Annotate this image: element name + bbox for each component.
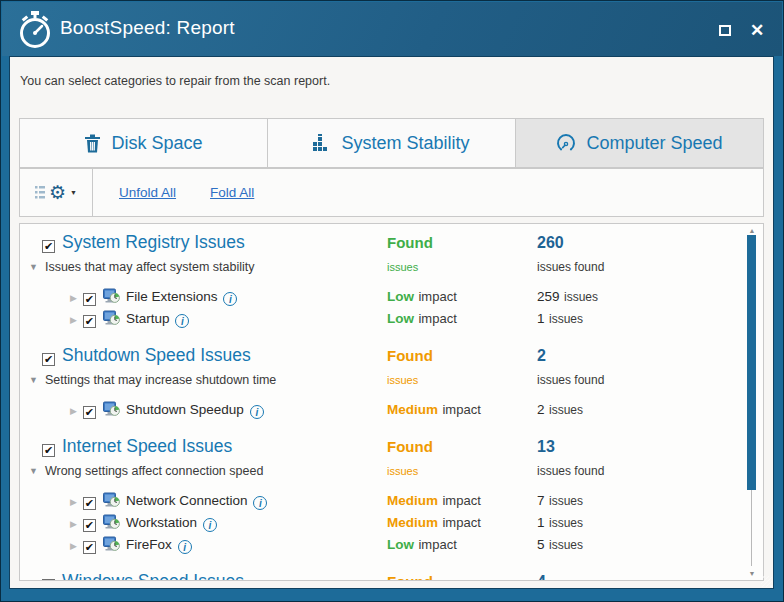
- group-header-row: ✔System Registry IssuesFound260: [27, 232, 741, 257]
- issue-checkbox[interactable]: ✔: [83, 497, 96, 510]
- issue-count-unit: issues: [549, 494, 583, 508]
- scan-report-list: ✔System Registry IssuesFound260▼Issues t…: [19, 223, 764, 581]
- issue-group: ✔Shutdown Speed IssuesFound2▼Settings th…: [27, 345, 741, 422]
- close-button[interactable]: ✕: [746, 20, 768, 40]
- chevron-down-icon: ▼: [70, 189, 77, 196]
- issue-checkbox[interactable]: ✔: [83, 293, 96, 306]
- group-children: ▶✔File ExtensionsiLow impact259 issues▶✔…: [27, 287, 741, 331]
- issue-row: ▶✔FireFoxiLow impact5 issues: [27, 535, 741, 557]
- issue-label[interactable]: Shutdown Speedup: [126, 402, 244, 417]
- impact-level: Low: [387, 311, 414, 326]
- maximize-button[interactable]: [714, 20, 736, 40]
- intro-text: You can select categories to repair from…: [20, 74, 330, 88]
- group-checkbox[interactable]: ✔: [42, 579, 55, 581]
- issue-label[interactable]: File Extensions: [126, 289, 218, 304]
- group-checkbox[interactable]: ✔: [42, 353, 55, 366]
- issue-checkbox[interactable]: ✔: [83, 519, 96, 532]
- group-title[interactable]: Internet Speed Issues: [62, 436, 232, 456]
- group-status: Found: [387, 438, 433, 455]
- issue-label[interactable]: FireFox: [126, 537, 172, 552]
- toolbar: ⚙ ▼ Unfold All Fold All: [19, 168, 764, 217]
- group-count-sub: issues found: [537, 464, 604, 478]
- scrollbar-thumb[interactable]: [747, 235, 756, 490]
- vertical-scrollbar[interactable]: ▲ ▼: [741, 224, 763, 580]
- issue-checkbox[interactable]: ✔: [83, 406, 96, 419]
- impact-level: Low: [387, 289, 414, 304]
- group-issue-count: 260: [537, 234, 564, 251]
- group-header-row: ✔Internet Speed IssuesFound13: [27, 436, 741, 461]
- impact-level: Medium: [387, 515, 438, 530]
- group-status: Found: [387, 234, 433, 251]
- info-icon[interactable]: i: [178, 540, 192, 554]
- group-header-row: ✔Shutdown Speed IssuesFound2: [27, 345, 741, 370]
- speedometer-icon: [556, 133, 576, 153]
- triangle-down-icon[interactable]: ▼: [29, 262, 38, 272]
- maximize-icon: [719, 25, 731, 36]
- tab-bar: Disk Space System Stability: [19, 118, 764, 168]
- impact-label: impact: [442, 402, 480, 417]
- settings-menu-button[interactable]: ⚙ ▼: [20, 169, 93, 216]
- scroll-down-arrow-icon[interactable]: ▼: [745, 570, 759, 577]
- info-icon[interactable]: i: [175, 314, 189, 328]
- info-icon[interactable]: i: [203, 518, 217, 532]
- issue-count: 2: [537, 402, 545, 417]
- group-checkbox[interactable]: ✔: [42, 444, 55, 457]
- triangle-right-icon[interactable]: ▶: [70, 315, 77, 325]
- triangle-right-icon[interactable]: ▶: [70, 293, 77, 303]
- issue-count-unit: issues: [549, 312, 583, 326]
- group-checkbox[interactable]: ✔: [42, 240, 55, 253]
- trash-icon: [84, 134, 101, 153]
- issue-count: 7: [537, 493, 545, 508]
- tab-disk-space[interactable]: Disk Space: [19, 118, 268, 168]
- issue-checkbox[interactable]: ✔: [83, 541, 96, 554]
- issue-checkbox[interactable]: ✔: [83, 315, 96, 328]
- group-subtitle: Wrong settings affect connection speed: [45, 464, 263, 478]
- group-header-row: ✔Windows Speed IssuesFound4: [27, 571, 741, 581]
- info-icon[interactable]: i: [253, 496, 267, 510]
- group-children: ▶✔Shutdown SpeedupiMedium impact2 issues: [27, 400, 741, 422]
- impact-level: Medium: [387, 493, 438, 508]
- group-title[interactable]: System Registry Issues: [62, 232, 245, 252]
- info-icon[interactable]: i: [223, 292, 237, 306]
- triangle-right-icon[interactable]: ▶: [70, 541, 77, 551]
- group-subtitle-row: ▼Settings that may increase shutdown tim…: [27, 370, 741, 391]
- issue-count-unit: issues: [549, 403, 583, 417]
- issue-label[interactable]: Startup: [126, 311, 170, 326]
- issue-label[interactable]: Network Connection: [126, 493, 248, 508]
- group-title[interactable]: Windows Speed Issues: [62, 571, 244, 581]
- monitor-clock-icon: [103, 514, 120, 530]
- triangle-down-icon[interactable]: ▼: [29, 375, 38, 385]
- window-title: BoostSpeed: Report: [60, 17, 235, 39]
- app-window: BoostSpeed: Report ✕ You can select cate…: [0, 0, 784, 602]
- monitor-clock-icon: [103, 310, 120, 326]
- group-status: Found: [387, 573, 433, 581]
- impact-label: impact: [442, 515, 480, 530]
- issue-row: ▶✔File ExtensionsiLow impact259 issues: [27, 287, 741, 309]
- issue-label[interactable]: Workstation: [126, 515, 197, 530]
- triangle-down-icon[interactable]: ▼: [29, 466, 38, 476]
- issue-group: ✔Internet Speed IssuesFound13▼Wrong sett…: [27, 436, 741, 557]
- scroll-up-arrow-icon[interactable]: ▲: [745, 227, 759, 234]
- info-icon[interactable]: i: [250, 405, 264, 419]
- group-subtitle: Settings that may increase shutdown time: [45, 373, 276, 387]
- monitor-clock-icon: [103, 492, 120, 508]
- group-issue-count: 2: [537, 347, 546, 364]
- issue-count: 259: [537, 289, 560, 304]
- tab-system-stability[interactable]: System Stability: [267, 118, 516, 168]
- close-icon: ✕: [750, 22, 764, 39]
- unfold-all-link[interactable]: Unfold All: [119, 185, 176, 200]
- group-subtitle-row: ▼Wrong settings affect connection speedi…: [27, 461, 741, 482]
- triangle-right-icon[interactable]: ▶: [70, 519, 77, 529]
- issues-list: ✔System Registry IssuesFound260▼Issues t…: [20, 224, 741, 580]
- impact-label: impact: [418, 537, 456, 552]
- group-title[interactable]: Shutdown Speed Issues: [62, 345, 251, 365]
- group-count-sub: issues found: [537, 260, 604, 274]
- resize-grip[interactable]: [761, 576, 772, 587]
- triangle-right-icon[interactable]: ▶: [70, 497, 77, 507]
- tab-computer-speed[interactable]: Computer Speed: [515, 118, 764, 168]
- triangle-right-icon[interactable]: ▶: [70, 406, 77, 416]
- impact-label: impact: [418, 311, 456, 326]
- monitor-clock-icon: [103, 536, 120, 552]
- fold-all-link[interactable]: Fold All: [210, 185, 254, 200]
- group-status-sub: issues: [387, 374, 418, 386]
